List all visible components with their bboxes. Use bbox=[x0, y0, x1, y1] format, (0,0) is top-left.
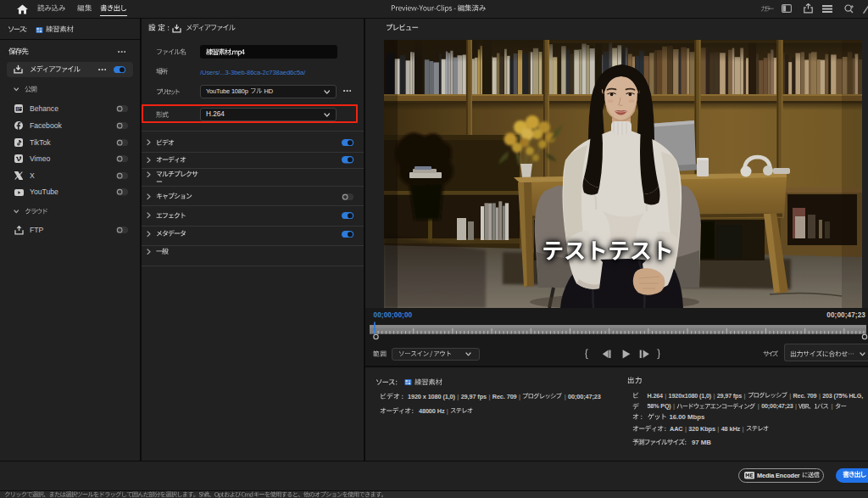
svg-text:B: B bbox=[15, 106, 19, 112]
